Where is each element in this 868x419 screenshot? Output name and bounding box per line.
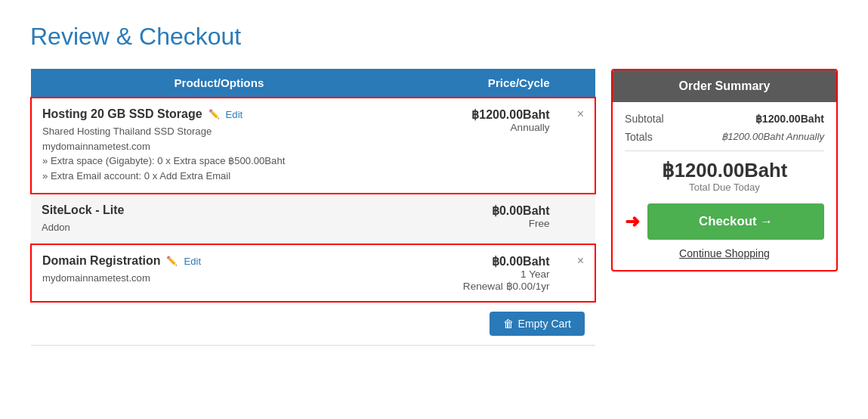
sitelock-remove-cell [561,194,595,245]
sitelock-product-name: SiteLock - Lite [42,203,397,217]
domain-edit-link[interactable]: Edit [184,256,201,267]
empty-cart-row: 🗑 Empty Cart [31,302,595,346]
sitelock-cycle: Free [418,218,550,229]
domain-price: ฿0.00Baht [492,255,550,268]
order-summary-body: Subtotal ฿1200.00Baht Totals ฿1200.00Bah… [613,102,836,270]
domain-edit-icon: ✏️ [166,256,178,266]
total-due-amount: ฿1200.00Baht [625,159,824,182]
order-summary-header: Order Summary [613,70,836,102]
summary-divider [625,151,824,151]
checkout-area: ➜ Checkout → [625,203,824,240]
col-actions [561,69,595,98]
hosting-price-cell: ฿1200.00Baht Annually [407,98,561,194]
summary-totals-row: Totals ฿1200.00Baht Annually [625,131,824,143]
continue-shopping-link[interactable]: Continue Shopping [625,247,824,259]
hosting-remove-cell: × [561,98,595,194]
domain-renewal: Renewal ฿0.00/1yr [418,280,550,292]
hosting-cycle: Annually [418,122,550,133]
checkout-button[interactable]: Checkout → [647,203,824,240]
trash-icon: 🗑 [503,318,514,330]
cart-header-row: Product/Options Price/Cycle [31,69,595,98]
cart-row-domain: Domain Registration ✏️ Edit mydomainname… [31,244,595,302]
empty-cart-label: Empty Cart [518,318,571,330]
sitelock-price: ฿0.00Baht [492,204,550,217]
domain-cycle: 1 Year [418,268,550,280]
checkout-arrow-icon: ➜ [625,211,640,232]
sitelock-product-cell: SiteLock - Lite Addon [31,194,407,245]
col-price: Price/Cycle [407,69,561,98]
subtotal-value: ฿1200.00Baht [755,113,824,125]
cart-table: Product/Options Price/Cycle Hosting 20 G… [30,69,596,346]
hosting-description: Shared Hosting Thailand SSD Storage mydo… [42,124,397,184]
domain-product-cell: Domain Registration ✏️ Edit mydomainname… [31,244,407,302]
subtotal-label: Subtotal [625,113,664,125]
sitelock-description: Addon [42,220,397,235]
domain-product-name: Domain Registration ✏️ Edit [42,254,397,268]
hosting-edit-link[interactable]: Edit [226,109,243,120]
domain-remove-button[interactable]: × [571,254,584,268]
domain-description: mydomainnametest.com [42,271,397,286]
totals-label: Totals [625,131,653,143]
empty-cart-cell: 🗑 Empty Cart [31,302,595,346]
col-product: Product/Options [31,69,407,98]
sitelock-price-cell: ฿0.00Baht Free [407,194,561,245]
hosting-product-name: Hosting 20 GB SSD Storage ✏️ Edit [42,107,397,121]
hosting-product-cell: Hosting 20 GB SSD Storage ✏️ Edit Shared… [31,98,407,194]
total-due-section: ฿1200.00Baht Total Due Today [625,159,824,193]
hosting-remove-button[interactable]: × [571,107,584,121]
order-summary: Order Summary Subtotal ฿1200.00Baht Tota… [611,69,838,272]
domain-price-cell: ฿0.00Baht 1 Year Renewal ฿0.00/1yr [407,244,561,302]
hosting-edit-icon: ✏️ [209,109,220,119]
main-layout: Product/Options Price/Cycle Hosting 20 G… [30,69,838,346]
total-due-label: Total Due Today [625,182,824,193]
cart-row-hosting: Hosting 20 GB SSD Storage ✏️ Edit Shared… [31,98,595,194]
domain-remove-cell: × [561,244,595,302]
cart-section: Product/Options Price/Cycle Hosting 20 G… [30,69,596,346]
totals-value: ฿1200.00Baht Annually [721,131,824,143]
hosting-price: ฿1200.00Baht [471,108,549,121]
page-title: Review & Checkout [30,23,838,51]
summary-subtotal-row: Subtotal ฿1200.00Baht [625,113,824,125]
cart-row-sitelock: SiteLock - Lite Addon ฿0.00Baht Free [31,194,595,245]
empty-cart-button[interactable]: 🗑 Empty Cart [490,312,585,336]
